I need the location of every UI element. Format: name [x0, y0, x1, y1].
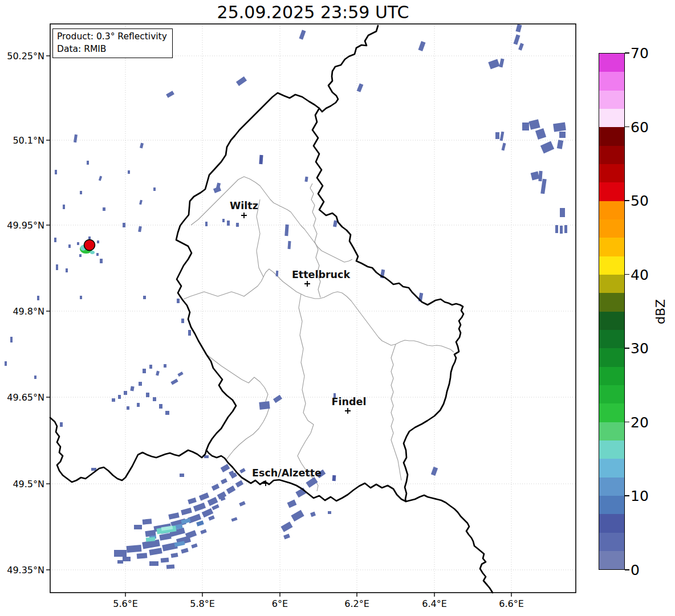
radar-echo-cell: [288, 241, 291, 249]
radar-echo-layer: [5, 24, 567, 569]
radar-echo-cell: [177, 299, 180, 303]
radar-echo-cell: [199, 492, 209, 500]
radar-echo-cell: [357, 83, 364, 92]
radar-echo-cell: [181, 548, 188, 554]
radar-echo-cell: [139, 200, 143, 205]
radar-echo-cell: [193, 503, 206, 512]
radar-echo-cell: [56, 264, 58, 270]
radar-echo-cell: [34, 376, 36, 379]
colorbar-band: [599, 533, 624, 551]
radar-echo-cell: [60, 422, 63, 427]
radar-echo-cell: [213, 186, 221, 193]
city-label-ettelbruck: Ettelbruck: [292, 269, 350, 280]
city-label-esch-alzette: Esch/Alzette: [252, 467, 322, 479]
data-source-line: Data: RMIB: [57, 43, 167, 55]
radar-echo-cell: [63, 205, 65, 209]
lat-tick-label: 50.1°N: [13, 135, 44, 146]
radar-echo-cell: [143, 369, 146, 373]
colorbar-tick: [625, 52, 629, 54]
radar-echo-cell: [304, 177, 308, 182]
radar-echo-cell: [418, 41, 426, 51]
radar-echo-cell: [500, 132, 505, 141]
colorbar-band: [599, 312, 624, 330]
radar-echo-cell: [161, 557, 169, 562]
radar-echo-cell: [185, 530, 197, 539]
radar-echo-cell: [138, 226, 142, 232]
colorbar-band: [599, 219, 624, 238]
colorbar-tick: [625, 495, 629, 496]
colorbar-band: [599, 478, 624, 496]
colorbar-tick: [625, 348, 629, 349]
radar-echo-cell: [87, 161, 89, 165]
radar-echo-cell: [276, 271, 279, 276]
radar-echo-cell: [55, 170, 57, 174]
belgium-germany-border: [319, 26, 378, 112]
radar-echo-cell: [522, 123, 529, 130]
canton-border: [298, 294, 318, 491]
radar-echo-cell: [555, 225, 558, 233]
radar-echo-cell: [146, 393, 149, 397]
radar-echo-cell: [560, 226, 563, 234]
radar-echo-cell: [128, 170, 130, 174]
colorbar-band: [599, 182, 624, 201]
map-frame: [50, 24, 576, 593]
radar-echo-cell: [112, 398, 115, 402]
radar-echo-cell: [236, 223, 239, 227]
lon-tick-label: 6°E: [272, 598, 288, 609]
radar-echo-cell: [560, 208, 565, 217]
radar-site-dot: [84, 240, 95, 251]
radar-echo-cell: [96, 253, 99, 256]
city-label-wiltz: Wiltz: [230, 200, 258, 211]
colorbar-band: [599, 551, 624, 569]
radar-echo-cell: [143, 519, 152, 524]
colorbar-band: [599, 367, 624, 385]
colorbar-tick: [625, 569, 629, 570]
radar-echo-cell: [280, 521, 292, 532]
radar-echo-cell: [88, 236, 91, 239]
radar-echo-cell: [5, 361, 7, 366]
radar-echo-cell: [333, 221, 338, 227]
radar-echo-cell: [10, 337, 13, 342]
radar-echo-cell: [134, 525, 142, 529]
radar-echo-cell: [239, 468, 246, 474]
product-info-box: Product: 0.3° Reflectivity Data: RMIB: [52, 28, 173, 58]
colorbar-band: [599, 127, 624, 145]
radar-echo-cell: [118, 395, 121, 399]
lat-tick-label: 49.5°N: [13, 479, 44, 489]
product-line: Product: 0.3° Reflectivity: [57, 30, 167, 43]
radar-echo-cell: [164, 364, 166, 368]
colorbar-tick-label: 70: [631, 45, 649, 62]
radar-echo-cell: [139, 382, 142, 386]
lon-tick-label: 6.4°E: [422, 598, 447, 609]
radar-echo-cell: [208, 497, 218, 506]
radar-echo-cell: [74, 134, 78, 143]
radar-echo-cell: [239, 501, 246, 507]
colorbar: [599, 53, 625, 570]
canton-border: [184, 269, 454, 352]
map-canvas: [0, 0, 675, 616]
radar-echo-cell: [291, 510, 304, 521]
radar-echo-cell: [100, 259, 103, 263]
radar-echo-cell: [236, 76, 247, 86]
colorbar-tick-label: 40: [631, 266, 649, 283]
canton-border: [391, 344, 401, 480]
figure-title: 25.09.2025 23:59 UTC: [217, 2, 409, 22]
colorbar-band: [599, 514, 624, 532]
radar-site-halo-teal: [90, 251, 95, 254]
colorbar-tick-label: 20: [631, 414, 649, 430]
lat-tick-label: 49.95°N: [7, 220, 44, 231]
colorbar-band: [599, 91, 624, 109]
radar-echo-cell: [181, 508, 192, 515]
radar-echo-cell: [557, 140, 563, 149]
radar-echo-cell: [310, 512, 316, 517]
radar-echo-cell: [37, 296, 39, 300]
radar-echo-cell: [283, 534, 290, 540]
radar-echo-cell: [137, 553, 148, 559]
radar-echo-cell: [80, 191, 82, 194]
radar-echo-cell: [156, 371, 160, 376]
canton-border: [310, 183, 320, 297]
lat-tick-label: 49.35°N: [7, 565, 44, 576]
radar-echo-cell: [299, 30, 306, 39]
lon-tick-label: 5.6°E: [113, 598, 138, 609]
radar-echo-cell: [149, 561, 158, 566]
